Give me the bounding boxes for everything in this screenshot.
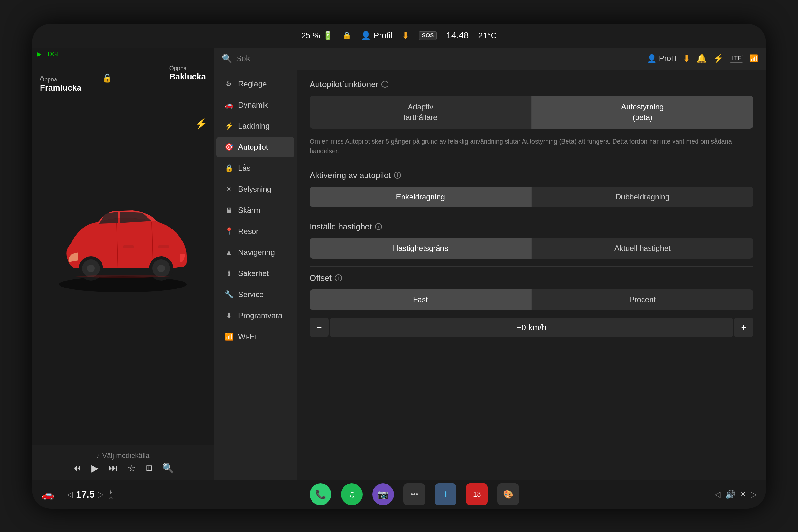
header-person-icon: 👤 [647,54,657,63]
divider-2 [310,215,753,215]
front-door-label[interactable]: Öppna Framlucka [40,76,81,93]
nav-item-resor[interactable]: 📍 Resor [216,221,294,242]
car-status-icon: 🚗 [41,488,54,500]
search-placeholder: Sök [236,54,250,63]
car-view: Öppna Framlucka Öppna Baklucka 🔒 ⚡ [32,48,214,445]
taskbar: 🚗 ◁ 17.5 ▷ 🌡 ❄ 📞 ♫ 📷 ••• i 18 🎨 ◁ 🔊 ✕ [32,480,766,509]
nav-menu: ⚙ Reglage 🚗 Dynamik ⚡ Laddning 🎯 Autopil… [214,70,297,480]
speed-next-button[interactable]: ▷ [98,490,103,499]
music-note-icon: ♪ [96,452,100,460]
offset-minus-button[interactable]: − [310,318,329,337]
camera-button[interactable]: 📷 [372,483,394,505]
offset-title: Offset i [310,273,753,283]
offset-label: Offset [310,273,331,283]
speed-info-icon[interactable]: i [375,223,382,230]
download-icon[interactable]: ⬇ [402,30,409,41]
nav-item-sakerhet[interactable]: ℹ Säkerhet [216,263,294,284]
nav-label-wifi: Wi-Fi [238,332,256,341]
activation-info-icon[interactable]: i [394,172,401,179]
taskbar-left: 🚗 [41,488,54,500]
speed-title: Inställd hastighet i [310,222,753,232]
left-panel: ▶ EDGE Öppna Framlucka Öppna Baklucka 🔒 [32,48,214,480]
front-door-main-label: Framlucka [40,83,81,93]
volume-mute-icon[interactable]: ✕ [740,490,746,498]
next-button[interactable]: ⏭ [108,462,118,473]
adaptive-button[interactable]: Adaptiv farthållare [310,96,532,129]
nav-label-autopilot: Autopilot [238,142,268,152]
search-input-area[interactable]: 🔍 Sök [222,54,642,63]
emoji-button[interactable]: 🎨 [497,483,519,505]
nav-item-navigering[interactable]: ▲ Navigering [216,242,294,263]
divider-3 [310,266,753,267]
header-bluetooth-icon[interactable]: ⚡ [713,54,723,63]
activation-label: Aktivering av autopilot [310,170,391,180]
nav-label-skarm: Skärm [238,206,260,215]
aktuell-hastighet-button[interactable]: Aktuell hastighet [532,238,754,259]
enkeldragning-button[interactable]: Enkeldragning [310,187,532,207]
phone-button[interactable]: 📞 [310,483,331,505]
svg-point-5 [87,265,95,272]
signal-icon: 📶 [749,54,758,62]
calendar-button[interactable]: 18 [466,483,488,505]
nav-item-autopilot[interactable]: 🎯 Autopilot [216,137,294,157]
nav-label-reglage: Reglage [238,79,267,89]
navigering-icon: ▲ [224,248,233,256]
nav-item-las[interactable]: 🔒 Lås [216,158,294,178]
nav-item-laddning[interactable]: ⚡ Laddning [216,116,294,136]
dubbeldragning-button[interactable]: Dubbeldragning [532,187,754,207]
favorite-button[interactable]: ☆ [127,462,136,474]
autostyrning-button[interactable]: Autostyrning (beta) [532,96,754,129]
nav-item-dynamik[interactable]: 🚗 Dynamik [216,95,294,115]
dynamik-icon: 🚗 [224,101,233,109]
equalizer-button[interactable]: ⊞ [146,463,153,473]
header-profile-label: Profil [659,54,677,63]
offset-info-icon[interactable]: i [335,274,342,282]
header-profile-button[interactable]: 👤 Profil [647,54,677,63]
nav-item-skarm[interactable]: 🖥 Skärm [216,200,294,221]
autopilot-info-icon[interactable]: i [381,81,388,88]
climate-icons: 🌡 ❄ [108,489,114,500]
nav-label-dynamik: Dynamik [238,100,268,110]
play-button[interactable]: ▶ [91,462,99,474]
speed-prev-button[interactable]: ◁ [67,490,73,499]
nav-item-programvara[interactable]: ⬇ Programvara [216,305,294,326]
offset-plus-button[interactable]: + [734,318,753,337]
sos-badge[interactable]: SOS [419,31,437,40]
time-display: 14:48 [446,30,469,40]
procent-button[interactable]: Procent [532,289,754,310]
speed-display: 17.5 [76,489,94,500]
back-door-main-label: Baklucka [170,72,206,81]
profile-button[interactable]: 👤 Profil [361,31,392,40]
volume-next-arrow[interactable]: ▷ [751,490,757,499]
speed-value: 17.5 [76,489,94,500]
hastighetsgrans-button[interactable]: Hastighetsgräns [310,238,532,259]
header-download-icon[interactable]: ⬇ [683,53,690,64]
battery-text: 25 % [301,31,320,40]
speed-section: ◁ 17.5 ▷ 🌡 ❄ [67,489,114,500]
info-button[interactable]: i [435,483,456,505]
prev-button[interactable]: ⏮ [72,462,82,473]
fast-button[interactable]: Fast [310,289,532,310]
battery-icon: 🔋 [323,31,333,40]
back-door-label[interactable]: Öppna Baklucka [170,65,206,82]
nav-item-service[interactable]: 🔧 Service [216,284,294,305]
header-bell-icon[interactable]: 🔔 [697,54,707,63]
belysning-icon: ☀ [224,185,233,193]
media-bar: ♪ Välj mediekälla ⏮ ▶ ⏭ ☆ ⊞ 🔍 [32,445,214,480]
nav-item-reglage[interactable]: ⚙ Reglage [216,74,294,94]
svg-point-0 [59,277,187,292]
more-button[interactable]: ••• [403,483,425,505]
volume-prev-arrow[interactable]: ◁ [715,490,720,499]
speed-buttons: Hastighetsgräns Aktuell hastighet [310,238,753,259]
autopilot-icon: 🎯 [224,143,233,151]
nav-item-belysning[interactable]: ☀ Belysning [216,179,294,200]
search-media-button[interactable]: 🔍 [162,462,174,474]
spotify-button[interactable]: ♫ [341,483,363,505]
volume-icon: 🔊 [725,490,736,499]
temperature-display: 21°C [478,31,497,40]
front-door-small-label: Öppna [40,76,81,83]
main-area: ▶ EDGE Öppna Framlucka Öppna Baklucka 🔒 [32,48,766,480]
right-panel: 🔍 Sök 👤 Profil ⬇ 🔔 ⚡ LTE 📶 [214,48,766,480]
nav-item-wifi[interactable]: 📶 Wi-Fi [216,326,294,347]
nav-label-navigering: Navigering [238,248,275,257]
